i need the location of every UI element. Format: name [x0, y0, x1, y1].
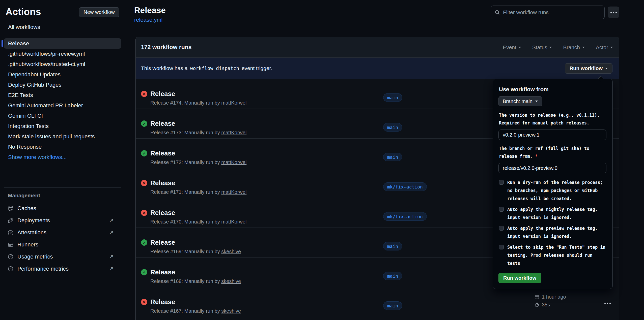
sidebar-item-attestations[interactable]: Attestations ↗	[4, 227, 121, 239]
sidebar-workflow-item[interactable]: Integration Tests	[4, 121, 121, 131]
run-title-link[interactable]: Release	[150, 90, 175, 98]
dispatch-checkbox-row: Auto apply the nightly release tag, inpu…	[499, 205, 606, 221]
database-icon	[8, 206, 13, 211]
branch-badge[interactable]: mk/fix-action	[383, 212, 427, 221]
sidebar-workflow-item[interactable]: .github/workflows/trusted-ci.yml	[4, 59, 121, 69]
branch-badge[interactable]: mk/fix-action	[383, 182, 427, 191]
sidebar-workflow-item[interactable]: E2E Tests	[4, 90, 121, 100]
run-title-link[interactable]: Release	[150, 298, 175, 306]
workflow-item-label: E2E Tests	[8, 92, 33, 99]
checkbox[interactable]	[499, 245, 504, 249]
sidebar-item-all-workflows[interactable]: All workflows	[4, 22, 121, 32]
actor-link[interactable]: mattKorwel	[221, 219, 246, 225]
filter-dropdown[interactable]: Status	[532, 44, 552, 50]
run-title-link[interactable]: Release	[150, 268, 175, 276]
run-status-icon	[141, 239, 147, 246]
run-description: Release #170: Manually run by mattKorwel	[150, 219, 246, 225]
branch-badge[interactable]: main	[383, 93, 402, 102]
run-status-icon	[141, 299, 147, 305]
dispatch-checkbox-row: Auto apply the preview release tag, inpu…	[499, 224, 606, 240]
filter-workflow-runs-input[interactable]	[503, 9, 601, 15]
sidebar-item-usage-metrics[interactable]: Usage metrics ↗	[4, 251, 121, 263]
workflow-item-label: Integration Tests	[8, 123, 49, 130]
workflow-run-row: Release Release #167: Manually run by sk…	[136, 287, 619, 317]
sidebar-workflow-item[interactable]: No Response	[4, 142, 121, 152]
sidebar-workflow-item[interactable]: Deploy GitHub Pages	[4, 80, 121, 90]
sidebar-workflow-item[interactable]: Show more workflows...	[4, 152, 121, 162]
management-section-label: Management	[8, 193, 40, 199]
branch-badge[interactable]: main	[383, 153, 402, 161]
run-status-icon	[141, 120, 147, 127]
sidebar-item-performance-metrics[interactable]: Performance metrics ↗	[4, 263, 121, 275]
branch-badge[interactable]: main	[383, 301, 402, 310]
actor-link[interactable]: skeshive	[221, 308, 241, 314]
filter-label: Status	[532, 44, 547, 50]
sidebar-workflow-item[interactable]: Dependabot Updates	[4, 69, 121, 80]
sidebar-item-runners[interactable]: Runners	[4, 239, 121, 251]
branch-badge[interactable]: main	[383, 242, 402, 250]
actor-link[interactable]: skeshive	[221, 249, 241, 254]
run-title-link[interactable]: Release	[150, 209, 175, 217]
branch-select-button[interactable]: Branch: main	[498, 96, 542, 106]
sidebar-workflow-item[interactable]: .github/workflows/pr-review.yml	[4, 49, 121, 59]
sidebar-workflow-item[interactable]: Gemini CLI CI	[4, 111, 121, 121]
run-description: Release #174: Manually run by mattKorwel	[150, 100, 246, 106]
run-title-link[interactable]: Release	[150, 120, 175, 127]
actor-link[interactable]: mattKorwel	[221, 189, 246, 195]
dispatch-checkbox-row: Select to skip the "Run Tests" step in t…	[499, 243, 606, 267]
run-workflow-panel: Use workflow from Branch: main The versi…	[493, 79, 613, 289]
run-status-icon	[141, 210, 147, 216]
filter-dropdown[interactable]: Event	[503, 44, 521, 50]
sidebar-item-deployments[interactable]: Deployments ↗	[4, 214, 121, 227]
actor-link[interactable]: mattKorwel	[221, 159, 246, 165]
sidebar-workflow-item[interactable]: Mark stale issues and pull requests	[4, 131, 121, 142]
filter-dropdown[interactable]: Actor	[596, 44, 613, 50]
chevron-down-icon	[535, 101, 538, 103]
page-title: Release	[134, 6, 166, 15]
run-description: Release #171: Manually run by mattKorwel	[150, 189, 246, 195]
checkbox[interactable]	[499, 207, 504, 212]
workflow-item-label: Gemini CLI CI	[8, 113, 43, 119]
run-workflow-submit-button[interactable]: Run workflow	[498, 273, 541, 283]
actor-link[interactable]: mattKorwel	[221, 100, 246, 106]
verified-badge-icon	[8, 230, 13, 235]
checkbox[interactable]	[499, 226, 504, 231]
workflow-item-label: No Response	[8, 144, 42, 150]
run-description: Release #169: Manually run by skeshive	[150, 249, 241, 254]
branch-badge[interactable]: main	[383, 272, 402, 280]
external-link-icon: ↗	[109, 229, 114, 236]
run-status-icon	[141, 150, 147, 156]
run-kebab-menu-button[interactable]	[603, 301, 612, 305]
sidebar-workflow-item[interactable]: Gemini Automated PR Labeler	[4, 100, 121, 111]
run-title-link[interactable]: Release	[150, 179, 175, 187]
actor-link[interactable]: mattKorwel	[221, 130, 246, 135]
sidebar-item-caches[interactable]: Caches	[4, 202, 121, 214]
run-title-link[interactable]: Release	[150, 239, 175, 246]
run-description: Release #167: Manually run by skeshive	[150, 308, 241, 314]
run-meta: 1 hour ago 35s	[535, 294, 566, 308]
run-workflow-dropdown-button[interactable]: Run workflow	[565, 63, 612, 74]
filter-dropdown[interactable]: Branch	[563, 44, 585, 50]
run-description: Release #173: Manually run by mattKorwel	[150, 130, 246, 136]
checkbox[interactable]	[499, 180, 504, 185]
sidebar-item-label: Deployments	[17, 217, 50, 224]
chevron-down-icon	[519, 47, 521, 49]
chevron-down-icon	[605, 68, 608, 71]
run-title-link[interactable]: Release	[150, 149, 175, 157]
ref-input[interactable]	[498, 163, 606, 173]
workflow-file-link[interactable]: release.yml	[134, 17, 162, 23]
branch-badge[interactable]: main	[383, 123, 402, 132]
new-workflow-button[interactable]: New workflow	[79, 7, 119, 17]
actor-link[interactable]: skeshive	[221, 278, 241, 284]
filter-label: Actor	[596, 44, 608, 50]
checkbox-label: Select to skip the "Run Tests" step in t…	[507, 243, 606, 267]
dispatch-checkbox-list: Run a dry-run of the release process; no…	[498, 178, 606, 267]
ref-input-description: The branch or ref (full git sha) to rele…	[499, 145, 606, 160]
runs-card-header: 172 workflow runs Event Status Branch Ac…	[136, 37, 619, 58]
sidebar-workflow-item[interactable]: Release	[4, 38, 121, 49]
actions-page: Actions New workflow All workflows Relea…	[0, 0, 644, 320]
page-kebab-menu-button[interactable]	[608, 7, 619, 18]
checkbox-label: Auto apply the preview release tag, inpu…	[507, 224, 606, 240]
version-input[interactable]	[498, 130, 606, 140]
dispatch-checkbox-row: Run a dry-run of the release process; no…	[499, 178, 606, 203]
